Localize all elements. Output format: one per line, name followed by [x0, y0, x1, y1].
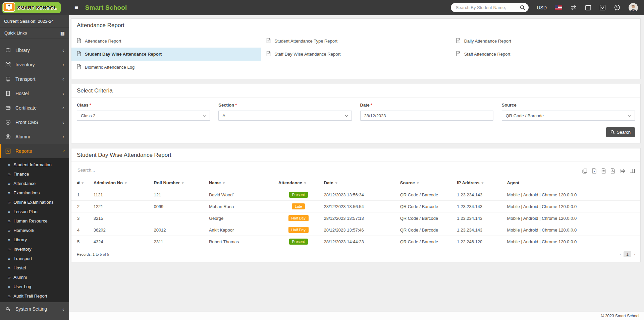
export-toolbar: x: [582, 168, 635, 174]
column-header-attendance[interactable]: Attendance▼: [276, 177, 321, 189]
records-summary: Records: 1 to 5 of 5: [77, 252, 109, 256]
columns-export-icon[interactable]: [630, 169, 635, 173]
submenu-item-label: Lesson Plan: [13, 209, 38, 214]
user-avatar[interactable]: [629, 3, 638, 12]
required-asterisk: *: [235, 103, 237, 108]
submenu-item-finance[interactable]: »Finance: [0, 169, 69, 179]
attendance-status-badge: Half Day: [288, 227, 309, 233]
whatsapp-icon[interactable]: [614, 4, 621, 11]
sidebar-item-library[interactable]: Library‹: [0, 43, 69, 57]
column-header-ip-address[interactable]: IP Address▼: [454, 177, 504, 189]
submenu-item-audit-trail-report[interactable]: »Audit Trail Report: [0, 291, 69, 301]
smart-school-logo[interactable]: SMART SCHOOL: [2, 2, 61, 13]
sidebar-item-alumni[interactable]: Alumni‹: [0, 129, 69, 144]
section-select[interactable]: A: [218, 111, 352, 121]
csv-export-icon[interactable]: [601, 168, 606, 174]
table-cell: Mobile | Android | Chrome 120.0.0.0: [504, 201, 640, 212]
global-search-input[interactable]: [455, 5, 520, 10]
submenu-item-human-resource[interactable]: »Human Resource: [0, 216, 69, 226]
sidebar-item-inventory[interactable]: Inventory‹: [0, 57, 69, 72]
column-label: Source: [400, 180, 415, 185]
submenu-item-inventory[interactable]: »Inventory: [0, 244, 69, 254]
report-link-staff-day-wise-attendance-report[interactable]: Staff Day Wise Attendance Report: [261, 48, 450, 61]
report-link-staff-attendance-report[interactable]: Staff Attendance Report: [451, 48, 640, 61]
table-cell: Mobile | Android | Chrome 120.0.0.0: [504, 212, 640, 224]
submenu-item-transport[interactable]: »Transport: [0, 254, 69, 263]
sidebar-toggle-icon[interactable]: ≡: [74, 4, 78, 11]
pdf-export-icon[interactable]: [610, 168, 615, 174]
column-header--[interactable]: #▼: [71, 177, 91, 189]
submenu-item-library[interactable]: »Library: [0, 235, 69, 244]
source-select[interactable]: QR Code / Barcode: [502, 111, 635, 121]
column-header-name[interactable]: Name▼: [206, 177, 276, 189]
sidebar-item-system-setting[interactable]: System Setting ‹: [0, 302, 69, 316]
copy-export-icon[interactable]: [582, 169, 587, 174]
card-title: Attendance Report: [71, 19, 640, 32]
sidebar-item-hostel[interactable]: Hostel‹: [0, 86, 69, 101]
document-icon: [456, 51, 461, 57]
print-export-icon[interactable]: [620, 169, 625, 174]
table-cell: 121: [151, 189, 206, 201]
date-input[interactable]: 28/12/2023: [360, 111, 493, 121]
sidebar-item-certificate[interactable]: Certificate‹: [0, 101, 69, 115]
report-link-label: Attendance Report: [85, 39, 121, 44]
report-link-daily-attendance-report[interactable]: Daily Attendance Report: [451, 35, 640, 48]
report-link-biometric-attendance-log[interactable]: Biometric Attendance Log: [71, 61, 261, 74]
double-chevron-icon: »: [8, 209, 10, 214]
table-cell: 1121: [91, 189, 151, 201]
table-search-input[interactable]: [77, 166, 133, 174]
calendar-icon[interactable]: [585, 4, 591, 11]
report-links-grid: Attendance ReportStudent Day Wise Attend…: [71, 32, 640, 79]
search-icon[interactable]: [520, 5, 525, 10]
criteria-fields: Class*Class 2Section*ADate*28/12/2023Sou…: [77, 103, 635, 121]
section-field: Section*A: [218, 103, 352, 121]
column-header-date[interactable]: Date▼: [321, 177, 397, 189]
pagination-next[interactable]: ›: [634, 252, 635, 257]
submenu-item-examinations[interactable]: »Examinations: [0, 188, 69, 197]
task-check-icon[interactable]: [599, 4, 606, 11]
column-header-admission-no[interactable]: Admission No▼: [91, 177, 151, 189]
table-cell: 28/12/2023 13:56:54: [321, 201, 397, 212]
sort-caret-icon: ▼: [304, 181, 307, 185]
report-link-attendance-report[interactable]: Attendance Report: [71, 35, 261, 48]
currency-selector[interactable]: USD: [537, 5, 547, 10]
submenu-item-online-examinations[interactable]: »Online Examinations: [0, 197, 69, 207]
main-area: Attendance Report Attendance ReportStude…: [69, 15, 644, 320]
date-field: Date*28/12/2023: [360, 103, 493, 121]
sidebar-item-front-cms[interactable]: Front CMS‹: [0, 115, 69, 129]
submenu-item-homework[interactable]: »Homework: [0, 226, 69, 235]
class-select[interactable]: Class 2: [77, 111, 210, 121]
attendance-cell: Present: [276, 236, 321, 248]
double-chevron-icon: »: [8, 294, 10, 299]
report-link-label: Daily Attendance Report: [464, 39, 511, 44]
attendance-status-badge: Late: [292, 203, 305, 209]
language-flag-icon[interactable]: [555, 5, 562, 10]
quick-links-grid-icon[interactable]: ▦: [60, 31, 65, 36]
table-cell: Robert Thomas: [206, 236, 276, 248]
gears-icon: [5, 306, 11, 312]
submenu-item-lesson-plan[interactable]: »Lesson Plan: [0, 207, 69, 216]
sidebar-item-reports[interactable]: Reports ‹: [0, 144, 69, 158]
column-header-source[interactable]: Source▼: [397, 177, 454, 189]
excel-export-icon[interactable]: x: [592, 168, 597, 174]
submenu-item-hostel[interactable]: »Hostel: [0, 263, 69, 272]
submenu-item-label: Examinations: [13, 190, 40, 195]
report-link-label: Student Attendance Type Report: [274, 39, 337, 44]
submenu-item-user-log[interactable]: »User Log: [0, 282, 69, 291]
table-cell: 4: [71, 224, 91, 236]
pagination-current-page[interactable]: 1: [624, 251, 631, 257]
sidebar-item-transport[interactable]: Transport‹: [0, 72, 69, 86]
report-link-student-attendance-type-report[interactable]: Student Attendance Type Report: [261, 35, 450, 48]
search-button[interactable]: Search: [606, 127, 635, 137]
swap-arrows-icon[interactable]: [570, 5, 577, 11]
submenu-item-attendance[interactable]: »Attendance: [0, 179, 69, 188]
app-title: Smart School: [85, 4, 127, 11]
submenu-item-alumni[interactable]: »Alumni: [0, 272, 69, 282]
report-link-student-day-wise-attendance-report[interactable]: Student Day Wise Attendance Report: [71, 48, 261, 61]
submenu-item-student-information[interactable]: »Student Information: [0, 160, 69, 169]
report-link-label: Staff Day Wise Attendance Report: [274, 52, 340, 57]
certificate-icon: [5, 105, 11, 111]
table-cell: 28/12/2023 14:44:23: [321, 236, 397, 248]
column-header-roll-number[interactable]: Roll Number▼: [151, 177, 206, 189]
pagination-prev[interactable]: ‹: [620, 252, 621, 257]
